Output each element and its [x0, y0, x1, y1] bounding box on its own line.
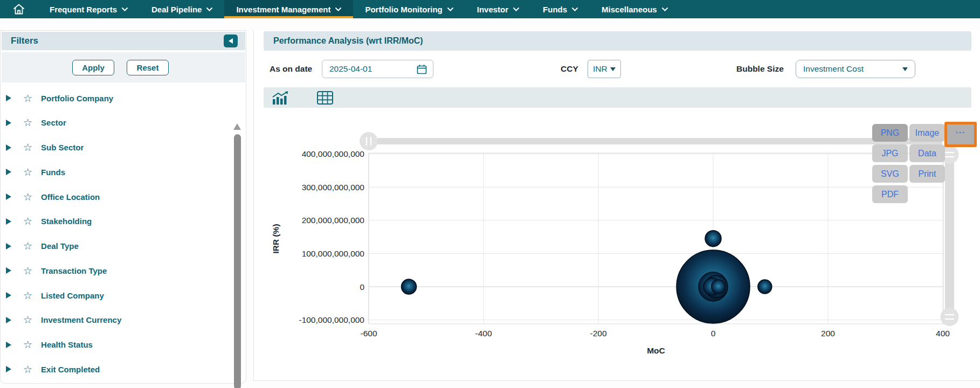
export-pdf-button[interactable]: PDF	[872, 185, 908, 203]
star-icon[interactable]: ☆	[23, 340, 32, 350]
vertical-zoom-handle-bottom[interactable]	[941, 308, 959, 326]
as-on-date-input[interactable]: 2025-04-01	[322, 60, 433, 78]
filter-item-transaction-type[interactable]: ☆Transaction Type	[1, 258, 227, 283]
ccy-value: INR	[593, 64, 608, 74]
y-axis-title: IRR (%)	[271, 224, 280, 253]
star-icon[interactable]: ☆	[23, 117, 32, 128]
filter-item-exit-completed[interactable]: ☆Exit Completed	[1, 357, 227, 382]
nav-item-deal-pipeline[interactable]: Deal Pipeline	[140, 0, 224, 18]
nav-item-frequent-reports[interactable]: Frequent Reports	[38, 0, 140, 18]
reset-button[interactable]: Reset	[127, 60, 169, 75]
x-axis-tick-label: -600	[360, 329, 377, 338]
filter-item-stakeholding[interactable]: ☆Stakeholding	[1, 209, 227, 234]
nav-item-miscellaneous[interactable]: Miscellaneous	[590, 0, 680, 18]
ccy-select[interactable]: INR	[588, 60, 621, 78]
filter-item-sector[interactable]: ☆Sector	[1, 110, 227, 135]
apply-button[interactable]: Apply	[72, 60, 114, 75]
expand-arrow-icon[interactable]	[6, 342, 11, 348]
y-axis-tick-label: 300,000,000,000	[302, 183, 365, 192]
export-svg-button[interactable]: SVG	[872, 165, 908, 183]
scrollbar-up-icon[interactable]	[233, 123, 241, 130]
x-axis-tick-label: 200	[821, 329, 835, 338]
expand-arrow-icon[interactable]	[6, 95, 11, 101]
expand-arrow-icon[interactable]	[6, 292, 11, 299]
filters-header: Filters	[2, 32, 245, 50]
star-icon[interactable]: ☆	[23, 241, 32, 251]
expand-arrow-icon[interactable]	[6, 267, 11, 274]
export-more-button[interactable]: ···	[944, 122, 977, 147]
filter-item-label: Investment Currency	[41, 315, 121, 324]
star-icon[interactable]: ☆	[23, 192, 32, 202]
star-icon[interactable]: ☆	[23, 167, 32, 177]
nav-item-investor[interactable]: Investor	[465, 0, 531, 18]
star-icon[interactable]: ☆	[23, 315, 32, 325]
filter-item-office-location[interactable]: ☆Office Location	[1, 184, 227, 209]
expand-arrow-icon[interactable]	[6, 366, 11, 372]
bubble-size-select[interactable]: Investment Cost	[796, 60, 915, 78]
filter-item-label: Listed Company	[41, 291, 104, 300]
bubble[interactable]	[705, 231, 721, 247]
horizontal-zoom-handle[interactable]	[360, 132, 378, 150]
filter-item-funds[interactable]: ☆Funds	[1, 160, 227, 184]
vertical-zoom-track[interactable]	[945, 155, 954, 317]
filter-item-investment-currency[interactable]: ☆Investment Currency	[1, 308, 227, 332]
star-icon[interactable]: ☆	[23, 142, 32, 153]
table-view-icon[interactable]	[317, 91, 333, 105]
expand-arrow-icon[interactable]	[6, 218, 11, 225]
export-image-button[interactable]: Image	[909, 124, 945, 142]
filter-item-portfolio-company[interactable]: ☆Portfolio Company	[1, 86, 227, 110]
bubble[interactable]	[402, 279, 417, 294]
chevron-down-icon	[206, 8, 212, 11]
export-print-button[interactable]: Print	[909, 165, 945, 183]
star-icon[interactable]: ☆	[23, 364, 32, 375]
bubble[interactable]	[712, 280, 726, 294]
nav-item-label: Investment Management	[236, 5, 330, 14]
expand-arrow-icon[interactable]	[6, 317, 11, 323]
export-png-button[interactable]: PNG	[872, 124, 908, 142]
expand-arrow-icon[interactable]	[6, 243, 11, 250]
filter-item-health-status[interactable]: ☆Health Status	[1, 332, 227, 357]
expand-arrow-icon[interactable]	[6, 144, 11, 151]
export-jpg-button[interactable]: JPG	[872, 144, 908, 162]
as-on-date-label: As on date	[270, 64, 312, 74]
calendar-icon[interactable]	[417, 64, 427, 74]
filter-item-listed-company[interactable]: ☆Listed Company	[1, 283, 227, 308]
expand-arrow-icon[interactable]	[6, 120, 11, 126]
filter-item-label: Office Location	[41, 192, 100, 202]
expand-arrow-icon[interactable]	[6, 193, 11, 200]
x-axis-title: MoC	[647, 346, 665, 355]
nav-item-portfolio-monitoring[interactable]: Portfolio Monitoring	[353, 0, 465, 18]
collapse-arrow-icon	[229, 38, 233, 44]
star-icon[interactable]: ☆	[23, 93, 32, 103]
ccy-label: CCY	[561, 64, 578, 74]
filter-item-deal-type[interactable]: ☆Deal Type	[1, 234, 227, 259]
filters-sidebar: Filters Apply Reset ☆Portfolio Company☆S…	[0, 30, 246, 384]
bubble[interactable]	[758, 280, 772, 294]
star-icon[interactable]: ☆	[23, 290, 32, 301]
top-navbar: Frequent ReportsDeal PipelineInvestment …	[0, 0, 980, 18]
home-button[interactable]	[0, 0, 38, 18]
filter-item-sub-sector[interactable]: ☆Sub Sector	[1, 135, 227, 160]
sidebar-scrollbar-thumb[interactable]	[234, 134, 241, 388]
star-icon[interactable]: ☆	[23, 216, 32, 226]
nav-item-investment-management[interactable]: Investment Management	[224, 0, 353, 18]
export-data-button[interactable]: Data	[909, 144, 945, 162]
collapse-sidebar-button[interactable]	[224, 34, 238, 47]
chart-view-icon[interactable]	[272, 91, 291, 105]
chevron-down-icon	[335, 8, 341, 11]
nav-item-funds[interactable]: Funds	[531, 0, 590, 18]
x-axis-tick-label: -200	[590, 329, 606, 338]
expand-arrow-icon[interactable]	[6, 169, 11, 175]
date-value: 2025-04-01	[329, 64, 417, 74]
filter-item-label: Exit Completed	[41, 365, 100, 374]
chevron-down-icon	[122, 8, 128, 11]
y-axis-tick-label: -100,000,000,000	[299, 315, 364, 324]
filter-item-label: Stakeholding	[41, 217, 92, 226]
bubble-size-label: Bubble Size	[736, 64, 784, 74]
horizontal-zoom-track[interactable]	[377, 138, 942, 144]
y-axis-tick-label: 100,000,000,000	[302, 249, 365, 258]
home-icon	[13, 4, 25, 15]
star-icon[interactable]: ☆	[23, 266, 32, 276]
y-axis-tick-label: 0	[360, 282, 364, 292]
app-window: Frequent ReportsDeal PipelineInvestment …	[0, 0, 980, 388]
